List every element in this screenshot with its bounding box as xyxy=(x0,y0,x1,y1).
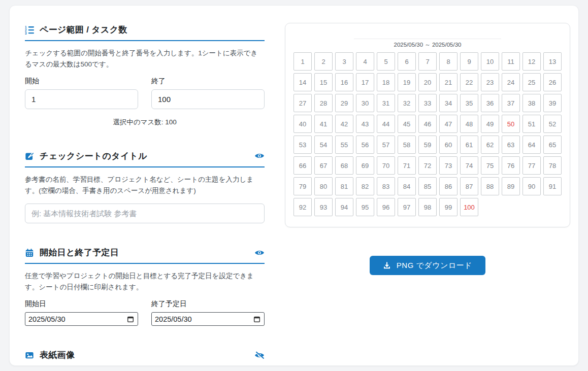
sheet-title-input[interactable] xyxy=(25,204,265,223)
section-dates-header: 開始日と終了予定日 xyxy=(25,247,265,264)
grid-cell: 23 xyxy=(481,73,499,91)
grid-cell: 92 xyxy=(293,198,312,216)
sheet-title-visibility-toggle[interactable] xyxy=(254,152,265,159)
grid-cell: 58 xyxy=(398,136,416,154)
grid-cell: 54 xyxy=(314,136,333,154)
grid-cell: 70 xyxy=(377,156,395,175)
grid-cell: 56 xyxy=(356,136,374,154)
calendar-picker-icon[interactable] xyxy=(127,316,134,323)
eye-slash-icon xyxy=(254,351,265,359)
end-date-input[interactable]: 2025/05/30 xyxy=(151,312,265,326)
end-date-label: 終了予定日 xyxy=(151,299,265,309)
range-fields: 開始 終了 xyxy=(25,77,265,109)
section-page-range-title: ページ範囲 / タスク数 xyxy=(40,24,127,36)
start-date-input[interactable]: 2025/05/30 xyxy=(25,312,138,326)
grid-cell: 95 xyxy=(356,198,374,216)
grid-cell: 60 xyxy=(439,136,458,154)
grid-cell: 61 xyxy=(460,136,478,154)
preview-panel: 2025/05/30 ～ 2025/05/30 1234567891011121… xyxy=(285,6,570,365)
grid-cell: 76 xyxy=(502,156,520,175)
grid-cell: 45 xyxy=(398,115,416,133)
grid-cell: 40 xyxy=(293,115,312,133)
grid-cell: 94 xyxy=(335,198,353,216)
grid-cell: 20 xyxy=(418,73,437,91)
grid-cell: 3 xyxy=(335,52,353,71)
grid-cell: 55 xyxy=(335,136,353,154)
grid-cell: 53 xyxy=(293,136,312,154)
start-date-value: 2025/05/30 xyxy=(28,315,127,323)
grid-cell: 30 xyxy=(356,94,374,112)
grid-cell: 37 xyxy=(502,94,520,112)
end-date-value: 2025/05/30 xyxy=(155,315,253,323)
range-end-field: 終了 xyxy=(151,77,265,109)
grid-cell: 91 xyxy=(543,177,562,195)
grid-cell: 50 xyxy=(502,115,520,133)
grid-cell: 51 xyxy=(522,115,541,133)
end-date-field: 終了予定日 2025/05/30 xyxy=(151,299,265,326)
grid-cell: 93 xyxy=(314,198,333,216)
grid-cell: 65 xyxy=(543,136,562,154)
section-cover-image: 表紙画像 xyxy=(25,349,265,366)
grid-cell: 74 xyxy=(460,156,478,175)
grid-cell: 24 xyxy=(502,73,520,91)
grid-cell: 49 xyxy=(481,115,499,133)
grid-cell: 80 xyxy=(314,177,333,195)
eye-icon xyxy=(254,152,265,159)
download-row: PNG でダウンロード xyxy=(285,256,570,275)
grid-cell: 29 xyxy=(335,94,353,112)
grid-cell: 5 xyxy=(377,52,395,71)
eye-icon xyxy=(254,249,265,256)
grid-cell: 86 xyxy=(439,177,458,195)
grid-cell: 9 xyxy=(460,52,478,71)
range-start-field: 開始 xyxy=(25,77,138,109)
grid-cell: 43 xyxy=(356,115,374,133)
grid-cell: 77 xyxy=(522,156,541,175)
cover-image-visibility-toggle[interactable] xyxy=(254,351,265,359)
grid-cell: 62 xyxy=(481,136,499,154)
dates-visibility-toggle[interactable] xyxy=(254,249,265,256)
grid-cell: 42 xyxy=(335,115,353,133)
grid-cell: 4 xyxy=(356,52,374,71)
grid-cell: 41 xyxy=(314,115,333,133)
download-png-button[interactable]: PNG でダウンロード xyxy=(370,256,485,275)
grid-cell: 87 xyxy=(460,177,478,195)
grid-cell: 98 xyxy=(418,198,437,216)
grid-cell: 11 xyxy=(502,52,520,71)
grid-cell: 21 xyxy=(439,73,458,91)
download-png-label: PNG でダウンロード xyxy=(397,261,472,271)
grid-cell: 96 xyxy=(377,198,395,216)
grid-cell: 39 xyxy=(543,94,562,112)
section-dates-title: 開始日と終了予定日 xyxy=(40,247,119,258)
grid-cell: 26 xyxy=(543,73,562,91)
section-dates-description: 任意で学習やプロジェクトの開始日と目標とする完了予定日を設定できます。シートの日… xyxy=(25,271,265,293)
range-start-input[interactable] xyxy=(25,89,138,109)
grid-cell: 89 xyxy=(502,177,520,195)
section-dates: 開始日と終了予定日 任意で学習やプロジェクトの開始日と目標とする完了予定日を設定… xyxy=(25,247,265,326)
calendar-picker-icon[interactable] xyxy=(253,316,260,323)
edit-icon xyxy=(25,151,34,160)
selected-cells-counter: 選択中のマス数: 100 xyxy=(25,118,265,127)
grid-cell: 83 xyxy=(377,177,395,195)
range-end-input[interactable] xyxy=(151,89,265,109)
preview-title-writing-line xyxy=(354,33,501,39)
grid-cell: 16 xyxy=(335,73,353,91)
grid-cell: 85 xyxy=(418,177,437,195)
grid-cell: 99 xyxy=(439,198,458,216)
download-icon xyxy=(383,261,391,269)
grid-cell: 13 xyxy=(543,52,562,71)
preview-date-range: 2025/05/30 ～ 2025/05/30 xyxy=(285,41,570,49)
grid-cell: 27 xyxy=(293,94,312,112)
grid-cell: 90 xyxy=(522,177,541,195)
grid-cell: 18 xyxy=(377,73,395,91)
grid-cell: 31 xyxy=(377,94,395,112)
range-start-label: 開始 xyxy=(25,77,138,86)
section-cover-image-header: 表紙画像 xyxy=(25,349,265,366)
grid-cell: 19 xyxy=(398,73,416,91)
grid-cell: 15 xyxy=(314,73,333,91)
date-fields: 開始日 2025/05/30 終了予定日 2025/05/30 xyxy=(25,299,265,326)
grid-cell: 44 xyxy=(377,115,395,133)
grid-cell: 100 xyxy=(460,198,478,216)
grid-cell: 6 xyxy=(398,52,416,71)
calendar-icon xyxy=(25,248,34,257)
grid-cell: 72 xyxy=(418,156,437,175)
